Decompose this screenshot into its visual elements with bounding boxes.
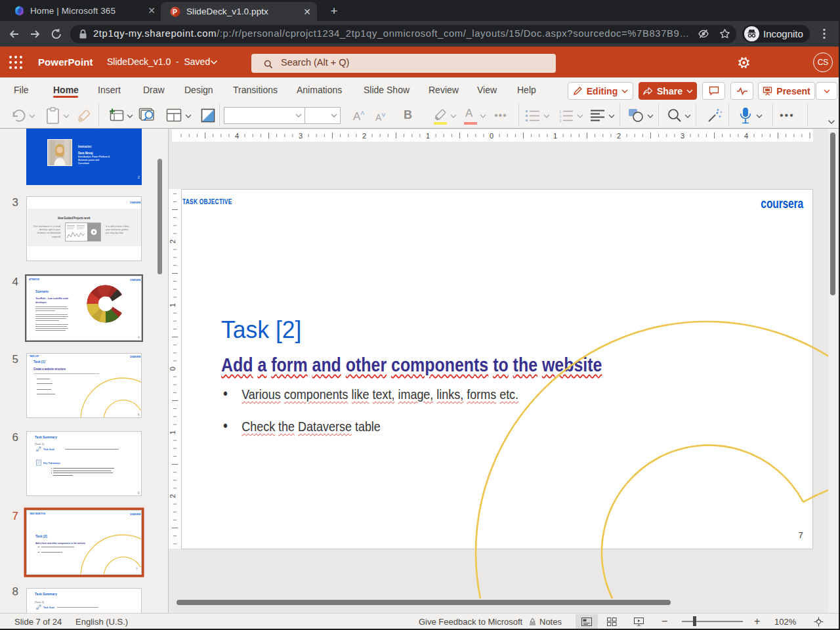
svg-text:1: 1 bbox=[559, 110, 562, 114]
svg-text:P: P bbox=[173, 7, 177, 15]
svg-text:2: 2 bbox=[559, 114, 562, 118]
svg-text:3: 3 bbox=[559, 119, 562, 122]
